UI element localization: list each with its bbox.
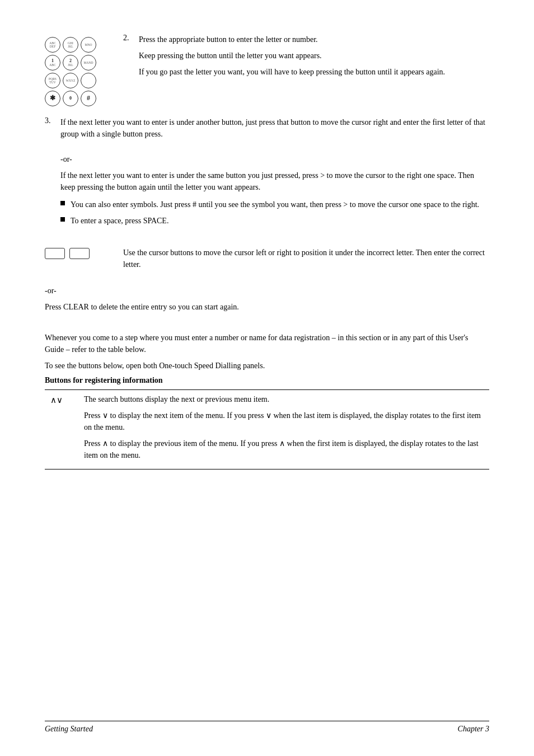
desc-cell-chevrons: The search buttons display the next or p… [78, 390, 489, 469]
section-3-p2-block: If the next letter you want to enter is … [60, 170, 489, 199]
section-3-content: If the next letter you want to enter is … [60, 116, 489, 144]
or-divider-1: -or- [60, 153, 489, 165]
table-row-chevrons: ∧∨ The search buttons display the next o… [45, 390, 489, 469]
section-2-p1: Press the appropriate button to enter th… [139, 34, 489, 45]
section-2-item: 2. Press the appropriate button to enter… [123, 34, 489, 82]
registration-p1: Whenever you come to a step where you mu… [45, 332, 489, 355]
bullet-text-2: To enter a space, press SPACE. [71, 215, 489, 227]
footer: Getting Started Chapter 3 [45, 721, 489, 734]
bullet-text-1: You can also enter symbols. Just press #… [71, 199, 489, 210]
section-2-p2: Keep pressing the button until the lette… [139, 50, 489, 62]
section-3-item: 3. If the next letter you want to enter … [45, 116, 489, 144]
bullet-list: You can also enter symbols. Just press #… [60, 199, 489, 231]
chevrons-desc-down: Press ∨ to display the next item of the … [84, 410, 484, 433]
bullet-item-2: To enter a space, press SPACE. [60, 215, 489, 227]
registration-section: Whenever you come to a step where you mu… [45, 332, 489, 469]
key-2: 2 JKL [63, 55, 78, 71]
registration-p2: To see the buttons below, open both One-… [45, 360, 489, 372]
cursor-left-btn [45, 248, 65, 259]
content-area: ABC DEF GHI JKL MNO 1 ABC [45, 34, 489, 469]
cursor-right-btn [69, 248, 90, 259]
footer-left: Getting Started [45, 725, 93, 734]
buttons-table-title: Buttons for registering information [45, 376, 489, 385]
section-2-num: 2. [123, 34, 139, 43]
cursor-p2: Press CLEAR to delete the entire entry s… [45, 301, 489, 313]
key-abc-def: ABC DEF [45, 37, 60, 53]
chevrons-desc-main: The search buttons display the next or p… [84, 393, 484, 405]
footer-right: Chapter 3 [458, 725, 489, 734]
cursor-section: Use the cursor buttons to move the curso… [45, 247, 489, 274]
section-2-content: Press the appropriate button to enter th… [139, 34, 489, 82]
key-mno: MNO [81, 37, 96, 53]
page: ABC DEF GHI JKL MNO 1 ABC [0, 0, 534, 756]
bullet-icon-2 [60, 217, 65, 222]
key-wxyz: WXYZ [63, 73, 78, 88]
keypad-grid: ABC DEF GHI JKL MNO 1 ABC [45, 37, 106, 106]
key-mand: MAND [81, 55, 96, 71]
key-1: 1 ABC [45, 55, 60, 71]
chevrons-desc-up: Press ∧ to display the previous item of … [84, 438, 484, 461]
key-ghi-jkl: GHI JKL [63, 37, 78, 53]
section-3-p2: If the next letter you want to enter is … [60, 170, 489, 193]
symbol-cell-chevrons: ∧∨ [45, 390, 78, 469]
key-hash: # [81, 91, 96, 106]
buttons-table: ∧∨ The search buttons display the next o… [45, 389, 489, 469]
or-divider-2: -or- [45, 285, 489, 297]
cursor-text-content: Use the cursor buttons to move the curso… [123, 247, 489, 274]
bullet-icon-1 [60, 201, 65, 205]
key-0: 0 [63, 91, 78, 106]
keypad-section: ABC DEF GHI JKL MNO 1 ABC [45, 34, 489, 106]
keypad-image: ABC DEF GHI JKL MNO 1 ABC [45, 36, 106, 106]
section-3-p1: If the next letter you want to enter is … [60, 116, 489, 140]
chevrons-symbol: ∧∨ [50, 396, 63, 405]
key-pqrs-tuv: PQRS TUV [45, 73, 60, 88]
cursor-p1: Use the cursor buttons to move the curso… [123, 247, 489, 270]
section-3-num: 3. [45, 116, 60, 125]
cursor-buttons [45, 248, 106, 259]
key-empty [81, 73, 96, 88]
section-2-p3: If you go past the letter you want, you … [139, 66, 489, 78]
key-star: ✱ [45, 91, 60, 106]
bullet-item-1: You can also enter symbols. Just press #… [60, 199, 489, 210]
